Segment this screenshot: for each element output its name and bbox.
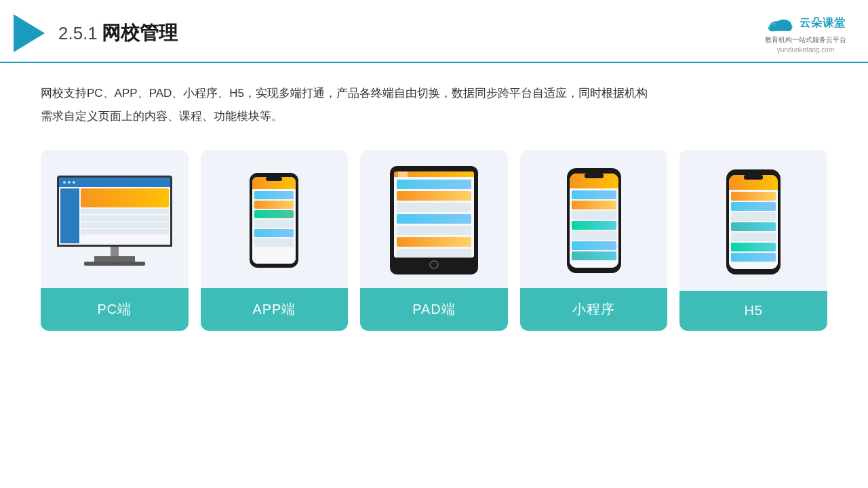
card-h5: H5 [679, 150, 827, 331]
main-content: 网校支持PC、APP、PAD、小程序、H5，实现多端打通，产品各终端自由切换，数… [0, 63, 868, 344]
title-number: 2.5.1 [58, 23, 98, 44]
h5-phone-icon [726, 169, 781, 274]
app-phone-icon [250, 173, 298, 268]
card-pad: PAD端 [360, 150, 508, 331]
description-text: 网校支持PC、APP、PAD、小程序、H5，实现多端打通，产品各终端自由切换，数… [41, 82, 827, 128]
card-app-image [201, 150, 349, 288]
card-h5-image [679, 150, 827, 291]
card-miniprogram-image [520, 150, 668, 288]
header-left: 2.5.1 网校管理 [14, 14, 178, 52]
cloud-logo-icon [766, 12, 795, 34]
brand-tagline: 教育机构一站式服务云平台 [765, 35, 846, 45]
card-pc-label: PC端 [41, 288, 189, 331]
brand-name: 云朵课堂 [800, 16, 846, 30]
cards-container: PC端 [41, 150, 827, 331]
card-h5-label: H5 [679, 291, 827, 331]
card-pc-image [41, 150, 189, 288]
card-pc: PC端 [41, 150, 189, 331]
miniprogram-phone-icon [567, 168, 621, 273]
brand-url: yunduoketang.com [777, 46, 835, 54]
brand-area: 云朵课堂 教育机构一站式服务云平台 yunduoketang.com [765, 12, 846, 54]
card-app: APP端 [201, 150, 349, 331]
logo-triangle-icon [14, 14, 45, 52]
pad-tablet-icon [390, 166, 478, 274]
header: 2.5.1 网校管理 云朵课堂 教育机构一站式服务云平台 yunduoketan… [0, 0, 868, 63]
svg-rect-4 [770, 27, 791, 31]
page-title: 2.5.1 网校管理 [58, 20, 178, 46]
card-miniprogram-label: 小程序 [520, 288, 668, 331]
card-miniprogram: 小程序 [520, 150, 668, 331]
card-app-label: APP端 [201, 288, 349, 331]
title-text: 网校管理 [102, 20, 178, 46]
pc-monitor-icon [57, 176, 172, 266]
brand-logo: 云朵课堂 [766, 12, 846, 34]
card-pad-image [360, 150, 508, 288]
card-pad-label: PAD端 [360, 288, 508, 331]
